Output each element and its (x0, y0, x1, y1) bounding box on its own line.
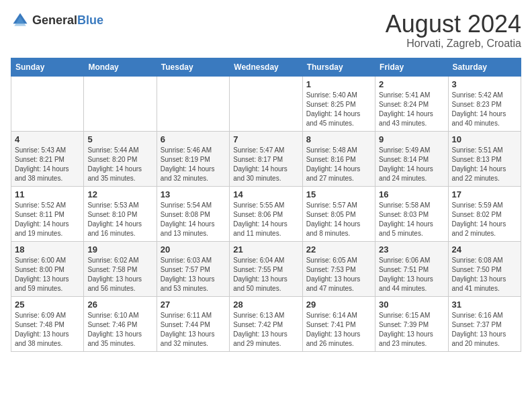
calendar-cell: 30Sunrise: 6:15 AM Sunset: 7:39 PM Dayli… (375, 296, 448, 351)
day-number: 20 (161, 244, 226, 255)
calendar-cell: 24Sunrise: 6:08 AM Sunset: 7:50 PM Dayli… (448, 241, 521, 296)
calendar-cell: 26Sunrise: 6:10 AM Sunset: 7:46 PM Dayli… (84, 296, 157, 351)
day-info: Sunrise: 5:52 AM Sunset: 8:11 PM Dayligh… (15, 201, 80, 238)
day-info: Sunrise: 5:44 AM Sunset: 8:20 PM Dayligh… (87, 146, 152, 183)
calendar-cell: 13Sunrise: 5:54 AM Sunset: 8:08 PM Dayli… (157, 186, 229, 241)
header-sunday: Sunday (11, 58, 84, 76)
calendar-cell: 18Sunrise: 6:00 AM Sunset: 8:00 PM Dayli… (11, 241, 84, 296)
calendar-cell: 2Sunrise: 5:41 AM Sunset: 8:24 PM Daylig… (375, 76, 448, 131)
day-number: 23 (379, 244, 444, 255)
calendar-cell: 8Sunrise: 5:48 AM Sunset: 8:16 PM Daylig… (302, 131, 375, 186)
title-block: August 2024 Horvati, Zagreb, Croatia (386, 11, 521, 50)
calendar-cell (84, 76, 157, 131)
calendar-cell (230, 76, 302, 131)
day-info: Sunrise: 5:54 AM Sunset: 8:08 PM Dayligh… (161, 201, 226, 238)
calendar-cell: 31Sunrise: 6:16 AM Sunset: 7:37 PM Dayli… (448, 296, 521, 351)
calendar-cell: 20Sunrise: 6:03 AM Sunset: 7:57 PM Dayli… (157, 241, 229, 296)
calendar-week-row: 4Sunrise: 5:43 AM Sunset: 8:21 PM Daylig… (11, 131, 521, 186)
calendar-cell: 23Sunrise: 6:06 AM Sunset: 7:51 PM Dayli… (375, 241, 448, 296)
day-info: Sunrise: 6:04 AM Sunset: 7:55 PM Dayligh… (233, 256, 298, 293)
day-info: Sunrise: 6:02 AM Sunset: 7:58 PM Dayligh… (87, 256, 152, 293)
calendar-week-row: 1Sunrise: 5:40 AM Sunset: 8:25 PM Daylig… (11, 76, 521, 131)
day-number: 26 (87, 300, 152, 310)
day-number: 13 (161, 189, 226, 199)
calendar-cell (11, 76, 84, 131)
header-monday: Monday (84, 58, 157, 76)
day-info: Sunrise: 6:03 AM Sunset: 7:57 PM Dayligh… (161, 256, 226, 293)
logo: GeneralBlue (11, 11, 103, 30)
calendar-header: Sunday Monday Tuesday Wednesday Thursday… (11, 58, 521, 76)
calendar-cell: 21Sunrise: 6:04 AM Sunset: 7:55 PM Dayli… (230, 241, 302, 296)
day-info: Sunrise: 5:58 AM Sunset: 8:03 PM Dayligh… (379, 201, 444, 238)
day-number: 10 (452, 134, 517, 144)
day-number: 21 (233, 244, 298, 255)
day-info: Sunrise: 6:16 AM Sunset: 7:37 PM Dayligh… (452, 311, 517, 349)
day-info: Sunrise: 5:41 AM Sunset: 8:24 PM Dayligh… (379, 91, 444, 128)
month-title: August 2024 (386, 11, 521, 38)
day-info: Sunrise: 6:06 AM Sunset: 7:51 PM Dayligh… (379, 256, 444, 293)
day-number: 31 (452, 300, 517, 310)
day-info: Sunrise: 6:11 AM Sunset: 7:44 PM Dayligh… (161, 311, 226, 349)
calendar-week-row: 11Sunrise: 5:52 AM Sunset: 8:11 PM Dayli… (11, 186, 521, 241)
calendar-cell: 11Sunrise: 5:52 AM Sunset: 8:11 PM Dayli… (11, 186, 84, 241)
day-info: Sunrise: 5:47 AM Sunset: 8:17 PM Dayligh… (233, 146, 298, 183)
day-info: Sunrise: 5:40 AM Sunset: 8:25 PM Dayligh… (306, 91, 371, 128)
day-info: Sunrise: 5:49 AM Sunset: 8:14 PM Dayligh… (379, 146, 444, 183)
calendar-cell: 7Sunrise: 5:47 AM Sunset: 8:17 PM Daylig… (230, 131, 302, 186)
day-info: Sunrise: 6:05 AM Sunset: 7:53 PM Dayligh… (306, 256, 371, 293)
day-number: 28 (233, 300, 298, 310)
calendar-cell (157, 76, 229, 131)
location-title: Horvati, Zagreb, Croatia (386, 38, 521, 50)
logo-general: GeneralBlue (32, 14, 103, 27)
header-friday: Friday (375, 58, 448, 76)
day-info: Sunrise: 5:51 AM Sunset: 8:13 PM Dayligh… (452, 146, 517, 183)
day-info: Sunrise: 5:59 AM Sunset: 8:02 PM Dayligh… (452, 201, 517, 238)
day-number: 30 (379, 300, 444, 310)
day-number: 22 (306, 244, 371, 255)
day-info: Sunrise: 6:08 AM Sunset: 7:50 PM Dayligh… (452, 256, 517, 293)
day-number: 5 (87, 134, 152, 144)
weekday-header-row: Sunday Monday Tuesday Wednesday Thursday… (11, 58, 521, 76)
day-info: Sunrise: 6:15 AM Sunset: 7:39 PM Dayligh… (379, 311, 444, 349)
calendar-cell: 29Sunrise: 6:14 AM Sunset: 7:41 PM Dayli… (302, 296, 375, 351)
calendar-cell: 27Sunrise: 6:11 AM Sunset: 7:44 PM Dayli… (157, 296, 229, 351)
day-number: 18 (15, 244, 80, 255)
day-info: Sunrise: 5:43 AM Sunset: 8:21 PM Dayligh… (15, 146, 80, 183)
calendar-cell: 14Sunrise: 5:55 AM Sunset: 8:06 PM Dayli… (230, 186, 302, 241)
day-info: Sunrise: 6:10 AM Sunset: 7:46 PM Dayligh… (87, 311, 152, 349)
day-number: 3 (452, 79, 517, 89)
header-thursday: Thursday (302, 58, 375, 76)
day-number: 12 (87, 189, 152, 199)
logo-icon (11, 11, 30, 30)
day-info: Sunrise: 5:42 AM Sunset: 8:23 PM Dayligh… (452, 91, 517, 128)
day-info: Sunrise: 5:46 AM Sunset: 8:19 PM Dayligh… (161, 146, 226, 183)
day-info: Sunrise: 5:55 AM Sunset: 8:06 PM Dayligh… (233, 201, 298, 238)
day-info: Sunrise: 6:13 AM Sunset: 7:42 PM Dayligh… (233, 311, 298, 349)
day-number: 8 (306, 134, 371, 144)
day-info: Sunrise: 5:57 AM Sunset: 8:05 PM Dayligh… (306, 201, 371, 238)
calendar-cell: 6Sunrise: 5:46 AM Sunset: 8:19 PM Daylig… (157, 131, 229, 186)
day-info: Sunrise: 6:14 AM Sunset: 7:41 PM Dayligh… (306, 311, 371, 349)
calendar-cell: 15Sunrise: 5:57 AM Sunset: 8:05 PM Dayli… (302, 186, 375, 241)
calendar-cell: 22Sunrise: 6:05 AM Sunset: 7:53 PM Dayli… (302, 241, 375, 296)
day-info: Sunrise: 6:00 AM Sunset: 8:00 PM Dayligh… (15, 256, 80, 293)
calendar-week-row: 18Sunrise: 6:00 AM Sunset: 8:00 PM Dayli… (11, 241, 521, 296)
calendar-body: 1Sunrise: 5:40 AM Sunset: 8:25 PM Daylig… (11, 76, 521, 351)
header-tuesday: Tuesday (157, 58, 229, 76)
day-number: 9 (379, 134, 444, 144)
calendar-cell: 25Sunrise: 6:09 AM Sunset: 7:48 PM Dayli… (11, 296, 84, 351)
calendar-cell: 28Sunrise: 6:13 AM Sunset: 7:42 PM Dayli… (230, 296, 302, 351)
day-number: 19 (87, 244, 152, 255)
calendar-cell: 5Sunrise: 5:44 AM Sunset: 8:20 PM Daylig… (84, 131, 157, 186)
calendar-table: Sunday Monday Tuesday Wednesday Thursday… (11, 58, 521, 352)
day-number: 1 (306, 79, 371, 89)
day-number: 29 (306, 300, 371, 310)
calendar-cell: 9Sunrise: 5:49 AM Sunset: 8:14 PM Daylig… (375, 131, 448, 186)
day-number: 16 (379, 189, 444, 199)
calendar-cell: 17Sunrise: 5:59 AM Sunset: 8:02 PM Dayli… (448, 186, 521, 241)
day-number: 17 (452, 189, 517, 199)
day-number: 2 (379, 79, 444, 89)
day-number: 27 (161, 300, 226, 310)
day-number: 24 (452, 244, 517, 255)
day-info: Sunrise: 5:53 AM Sunset: 8:10 PM Dayligh… (87, 201, 152, 238)
